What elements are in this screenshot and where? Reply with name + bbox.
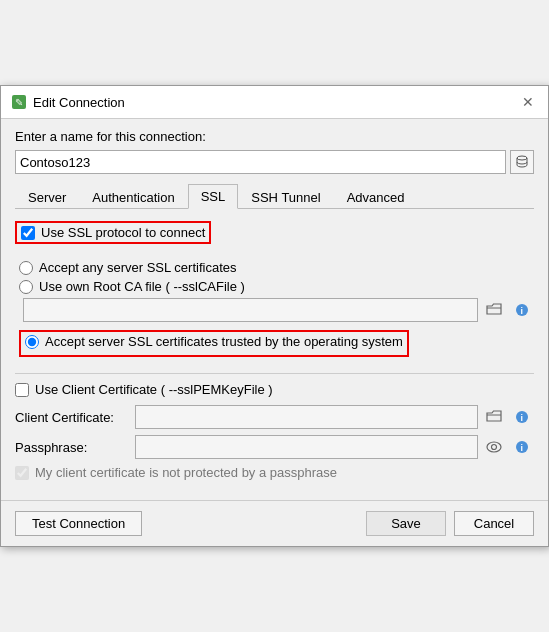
ca-file-info-button[interactable]: i xyxy=(510,298,534,322)
passphrase-input[interactable] xyxy=(135,435,478,459)
ssl-radio-os: Accept server SSL certificates trusted b… xyxy=(25,334,403,349)
passphrase-eye-button[interactable] xyxy=(482,435,506,459)
tab-ssl[interactable]: SSL xyxy=(188,184,239,209)
no-passphrase-checkbox[interactable] xyxy=(15,466,29,480)
passphrase-info-button[interactable]: i xyxy=(510,435,534,459)
svg-point-2 xyxy=(517,156,527,160)
tab-authentication[interactable]: Authentication xyxy=(79,184,187,209)
passphrase-input-group: i xyxy=(135,435,534,459)
use-client-cert-row: Use Client Certificate ( --sslPEMKeyFile… xyxy=(15,382,534,397)
ssl-ca-label: Use own Root CA file ( --sslCAFile ) xyxy=(39,279,245,294)
connection-name-row xyxy=(15,150,534,174)
ca-file-row: i xyxy=(23,298,534,322)
svg-point-8 xyxy=(492,445,497,450)
dialog-body: Enter a name for this connection: Server… xyxy=(1,119,548,500)
dialog-footer: Test Connection Save Cancel xyxy=(1,500,548,546)
edit-connection-dialog: ✎ Edit Connection ✕ Enter a name for thi… xyxy=(0,85,549,547)
passphrase-label: Passphrase: xyxy=(15,440,135,455)
no-passphrase-row: My client certificate is not protected b… xyxy=(15,465,534,480)
folder-icon-2 xyxy=(486,410,502,424)
client-cert-input-group: i xyxy=(135,405,534,429)
folder-icon xyxy=(486,303,502,317)
tab-advanced[interactable]: Advanced xyxy=(334,184,418,209)
connection-name-label: Enter a name for this connection: xyxy=(15,129,534,144)
ssl-radio-group: Accept any server SSL certificates Use o… xyxy=(19,260,534,365)
ca-file-input[interactable] xyxy=(23,298,478,322)
ssl-os-label: Accept server SSL certificates trusted b… xyxy=(45,334,403,349)
ssl-radio-ca: Use own Root CA file ( --sslCAFile ) xyxy=(19,279,534,294)
client-cert-row: Client Certificate: i xyxy=(15,405,534,429)
ssl-radio-any: Accept any server SSL certificates xyxy=(19,260,534,275)
use-client-cert-label: Use Client Certificate ( --sslPEMKeyFile… xyxy=(35,382,273,397)
section-divider xyxy=(15,373,534,374)
cancel-button[interactable]: Cancel xyxy=(454,511,534,536)
db-icon xyxy=(515,155,529,169)
info-icon: i xyxy=(515,303,529,317)
use-ssl-label: Use SSL protocol to connect xyxy=(41,225,205,240)
connection-name-input[interactable] xyxy=(15,150,506,174)
svg-text:i: i xyxy=(521,306,524,316)
ca-file-browse-button[interactable] xyxy=(482,298,506,322)
close-button[interactable]: ✕ xyxy=(518,92,538,112)
no-passphrase-label: My client certificate is not protected b… xyxy=(35,465,337,480)
ssl-os-radio[interactable] xyxy=(25,335,39,349)
use-ssl-row: Use SSL protocol to connect xyxy=(21,225,205,240)
svg-point-7 xyxy=(487,442,501,452)
db-icon-button[interactable] xyxy=(510,150,534,174)
svg-text:i: i xyxy=(521,443,524,453)
svg-text:✎: ✎ xyxy=(15,97,23,108)
eye-icon xyxy=(486,441,502,453)
client-cert-browse-button[interactable] xyxy=(482,405,506,429)
passphrase-row: Passphrase: i xyxy=(15,435,534,459)
use-ssl-checkbox[interactable] xyxy=(21,226,35,240)
use-client-cert-checkbox[interactable] xyxy=(15,383,29,397)
client-cert-label: Client Certificate: xyxy=(15,410,135,425)
ssl-ca-radio[interactable] xyxy=(19,280,33,294)
test-connection-button[interactable]: Test Connection xyxy=(15,511,142,536)
tabs: Server Authentication SSL SSH Tunnel Adv… xyxy=(15,184,534,209)
footer-right-buttons: Save Cancel xyxy=(366,511,534,536)
ssl-any-radio[interactable] xyxy=(19,261,33,275)
ssl-section: Use SSL protocol to connect Accept any s… xyxy=(15,221,534,480)
tab-ssh-tunnel[interactable]: SSH Tunnel xyxy=(238,184,333,209)
use-ssl-highlight: Use SSL protocol to connect xyxy=(15,221,211,244)
title-bar-left: ✎ Edit Connection xyxy=(11,94,125,110)
info-icon-2: i xyxy=(515,410,529,424)
title-bar: ✎ Edit Connection ✕ xyxy=(1,86,548,119)
dialog-title: Edit Connection xyxy=(33,95,125,110)
svg-text:i: i xyxy=(521,413,524,423)
tab-server[interactable]: Server xyxy=(15,184,79,209)
save-button[interactable]: Save xyxy=(366,511,446,536)
client-cert-info-button[interactable]: i xyxy=(510,405,534,429)
dialog-icon: ✎ xyxy=(11,94,27,110)
ssl-os-highlight: Accept server SSL certificates trusted b… xyxy=(19,330,409,357)
ssl-any-label: Accept any server SSL certificates xyxy=(39,260,237,275)
client-cert-input[interactable] xyxy=(135,405,478,429)
info-icon-3: i xyxy=(515,440,529,454)
